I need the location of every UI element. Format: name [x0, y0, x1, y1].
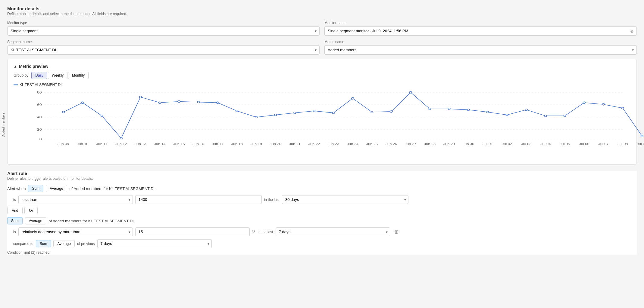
svg-point-34: [506, 114, 508, 116]
chart-legend: KL TEST AI SEGMENT DL: [14, 83, 630, 87]
condition-2-average-button[interactable]: Average: [25, 217, 46, 224]
previous-time-select[interactable]: 7 days 14 days 30 days: [97, 239, 212, 248]
svg-text:Jun 17: Jun 17: [212, 142, 223, 145]
metric-preview-card: ▲ Metric preview Group by Daily Weekly M…: [7, 59, 637, 165]
condition-2-metric-label: of Added members for KL TEST AI SEGMENT …: [48, 219, 135, 223]
condition-2-row: is less than greater than equal to relat…: [7, 227, 637, 236]
svg-text:Jun 22: Jun 22: [308, 142, 320, 145]
svg-text:Jun 24: Jun 24: [347, 142, 359, 145]
group-by-monthly[interactable]: Monthly: [68, 72, 89, 79]
percent-suffix: %: [252, 230, 255, 234]
monitor-name-clear-icon[interactable]: ⊗: [630, 29, 634, 33]
condition-2-time-wrap: 7 days 14 days 30 days 60 days 90 days: [276, 227, 390, 236]
svg-text:Jun 28: Jun 28: [424, 142, 436, 145]
group-by-weekly[interactable]: Weekly: [48, 72, 67, 79]
monitor-name-group: Monitor name ⊗: [324, 21, 637, 36]
chart-wrapper: Added members 80 60 40 20 0: [14, 89, 630, 160]
svg-point-30: [429, 108, 431, 110]
svg-point-17: [178, 101, 180, 103]
compared-to-row: compared to Sum Average of previous 7 da…: [13, 239, 637, 248]
condition-1-time-select[interactable]: 7 days 14 days 30 days 60 days 90 days: [282, 195, 408, 204]
svg-point-39: [602, 103, 605, 105]
monitor-name-input[interactable]: [324, 26, 637, 36]
svg-text:Jul 02: Jul 02: [502, 142, 512, 145]
alert-rule-section: Alert rule Define rules to trigger alert…: [7, 171, 637, 255]
monitor-name-label: Monitor name: [324, 21, 637, 25]
svg-point-29: [409, 91, 412, 93]
condition-2-select-wrap: less than greater than equal to relative…: [18, 227, 133, 236]
svg-text:80: 80: [37, 90, 42, 94]
legend-color-swatch: [14, 84, 18, 85]
condition-2-sum-button[interactable]: Sum: [7, 217, 23, 224]
monitor-details-title: Monitor details: [7, 6, 637, 11]
svg-point-40: [622, 107, 624, 109]
svg-text:40: 40: [37, 115, 42, 119]
svg-point-14: [120, 137, 123, 139]
condition-limit: Condition limit (2) reached: [7, 250, 637, 255]
condition-1-value-input[interactable]: [135, 195, 262, 204]
group-by-buttons: Daily Weekly Monthly: [31, 72, 89, 79]
svg-text:60: 60: [37, 103, 42, 106]
compared-average-button[interactable]: Average: [53, 240, 74, 247]
legend-label: KL TEST AI SEGMENT DL: [20, 83, 63, 87]
alert-sum-button[interactable]: Sum: [28, 185, 43, 192]
svg-text:0: 0: [39, 137, 42, 141]
svg-point-19: [217, 102, 219, 103]
svg-text:Jul 01: Jul 01: [483, 142, 493, 145]
condition-1-in-the-last-label: in the last: [264, 198, 280, 202]
svg-point-13: [101, 115, 103, 117]
svg-text:Jun 13: Jun 13: [135, 142, 146, 145]
svg-text:Jun 21: Jun 21: [289, 142, 301, 145]
segment-name-label: Segment name: [7, 40, 320, 44]
svg-text:Jun 15: Jun 15: [173, 142, 185, 145]
metric-name-select[interactable]: Added members: [324, 45, 637, 55]
condition-2-select[interactable]: less than greater than equal to relative…: [18, 227, 133, 236]
svg-text:Jul 04: Jul 04: [540, 142, 551, 145]
svg-text:Jul 07: Jul 07: [598, 142, 608, 145]
condition-1-select[interactable]: less than greater than equal to relative…: [18, 195, 133, 204]
and-button[interactable]: And: [7, 207, 23, 214]
metric-preview-title: Metric preview: [19, 64, 48, 69]
svg-text:Jun 14: Jun 14: [154, 142, 166, 145]
condition-2-is-label: is: [13, 230, 16, 234]
alert-average-button[interactable]: Average: [46, 185, 67, 192]
condition-1-time-wrap: 7 days 14 days 30 days 60 days 90 days: [282, 195, 408, 204]
svg-text:Jun 23: Jun 23: [328, 142, 339, 145]
svg-text:Jun 11: Jun 11: [96, 142, 108, 145]
svg-point-24: [313, 110, 315, 112]
svg-point-20: [236, 110, 238, 112]
svg-text:Jun 26: Jun 26: [386, 142, 397, 145]
svg-point-37: [564, 115, 566, 117]
svg-text:Jul 09: Jul 09: [637, 142, 644, 145]
svg-point-25: [332, 112, 335, 114]
condition-2-header-row: Sum Average of Added members for KL TEST…: [7, 217, 637, 224]
svg-text:Jun 25: Jun 25: [366, 142, 378, 145]
compared-sum-button[interactable]: Sum: [36, 240, 51, 247]
svg-point-27: [371, 111, 373, 113]
group-by-daily[interactable]: Daily: [31, 72, 47, 79]
svg-text:Jun 12: Jun 12: [115, 142, 127, 145]
condition-1-row: is less than greater than equal to relat…: [7, 195, 637, 204]
condition-2-time-select[interactable]: 7 days 14 days 30 days 60 days 90 days: [276, 227, 390, 236]
svg-text:Jul 05: Jul 05: [560, 142, 570, 145]
or-button[interactable]: Or: [24, 207, 37, 214]
group-by-row: Group by Daily Weekly Monthly: [14, 72, 630, 79]
monitor-type-select[interactable]: Single segment: [7, 26, 320, 36]
condition-1-select-wrap: less than greater than equal to relative…: [18, 195, 133, 204]
alert-rule-title: Alert rule: [7, 171, 637, 176]
svg-point-31: [448, 108, 450, 110]
chevron-up-icon: ▲: [14, 64, 17, 68]
svg-text:Jun 30: Jun 30: [463, 142, 474, 145]
metric-preview-header[interactable]: ▲ Metric preview: [14, 64, 630, 69]
svg-text:20: 20: [37, 128, 42, 131]
monitor-type-group: Monitor type Single segment: [7, 21, 320, 36]
metric-name-label: Metric name: [324, 40, 637, 44]
svg-text:Jul 06: Jul 06: [579, 142, 589, 145]
condition-2-value-input[interactable]: [135, 227, 250, 236]
svg-point-28: [390, 111, 392, 113]
svg-text:Jun 18: Jun 18: [231, 142, 242, 145]
segment-name-select[interactable]: KL TEST AI SEGMENT DL: [7, 45, 320, 55]
condition-2-delete-button[interactable]: 🗑: [392, 229, 401, 235]
svg-point-38: [583, 102, 585, 103]
svg-point-12: [81, 102, 84, 103]
